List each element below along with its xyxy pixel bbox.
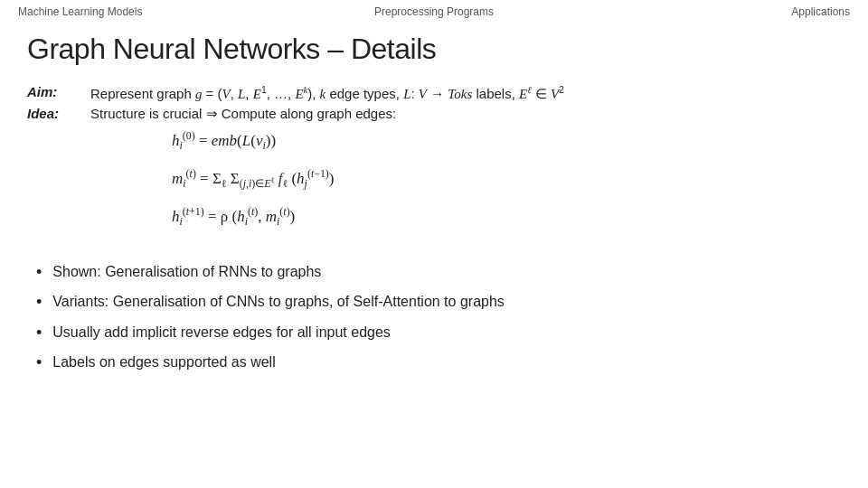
bullet-section: • Shown: Generalisation of RNNs to graph… [36, 261, 841, 381]
aim-label: Aim: [27, 84, 81, 99]
content-area: Aim: Represent graph g = (V, L, E1, …, E… [27, 84, 841, 381]
formula-1: hi(0) = emb(L(vi)) [172, 129, 841, 153]
bullet-dot-1: • [36, 261, 42, 284]
formula-2-text: mi(t) = Σℓ Σ(j,i)∈Eℓ fℓ (hj(t−1)) [172, 167, 335, 191]
bullet-item-2: • Variants: Generalisation of CNNs to gr… [36, 291, 841, 314]
bullet-dot-4: • [36, 352, 42, 374]
aim-content: Represent graph g = (V, L, E1, …, Ek), k… [90, 84, 564, 102]
idea-content: Structure is crucial ⇒ Compute along gra… [90, 106, 396, 122]
formula-1-text: hi(0) = emb(L(vi)) [172, 129, 276, 153]
bullet-text-2: Variants: Generalisation of CNNs to grap… [52, 291, 505, 313]
bullet-dot-2: • [36, 291, 42, 314]
aim-section: Aim: Represent graph g = (V, L, E1, …, E… [27, 84, 841, 238]
top-navigation: Machine Learning Models Preprocessing Pr… [0, 0, 868, 23]
bullet-item-1: • Shown: Generalisation of RNNs to graph… [36, 261, 841, 284]
main-content: Graph Neural Networks – Details Aim: Rep… [0, 23, 868, 399]
bullet-item-3: • Usually add implicit reverse edges for… [36, 322, 841, 344]
formula-2: mi(t) = Σℓ Σ(j,i)∈Eℓ fℓ (hj(t−1)) [172, 167, 841, 191]
bullet-dot-3: • [36, 322, 42, 344]
formula-block: hi(0) = emb(L(vi)) mi(t) = Σℓ Σ(j,i)∈Eℓ … [172, 126, 841, 232]
bullet-text-3: Usually add implicit reverse edges for a… [52, 322, 391, 343]
aim-row: Aim: Represent graph g = (V, L, E1, …, E… [27, 84, 841, 102]
nav-left-label: Machine Learning Models [18, 5, 142, 18]
nav-right-label: Applications [791, 5, 850, 18]
slide-title: Graph Neural Networks – Details [27, 33, 841, 66]
idea-label: Idea: [27, 106, 81, 121]
formula-3-text: hi(t+1) = ρ (hi(t), mi(t)) [172, 205, 295, 229]
bullet-text-1: Shown: Generalisation of RNNs to graphs [52, 261, 321, 283]
bullet-text-4: Labels on edges supported as well [52, 352, 275, 373]
bullet-item-4: • Labels on edges supported as well [36, 352, 841, 374]
idea-row: Idea: Structure is crucial ⇒ Compute alo… [27, 106, 841, 122]
nav-center-label: Preprocessing Programs [374, 5, 494, 18]
formula-3: hi(t+1) = ρ (hi(t), mi(t)) [172, 205, 841, 229]
